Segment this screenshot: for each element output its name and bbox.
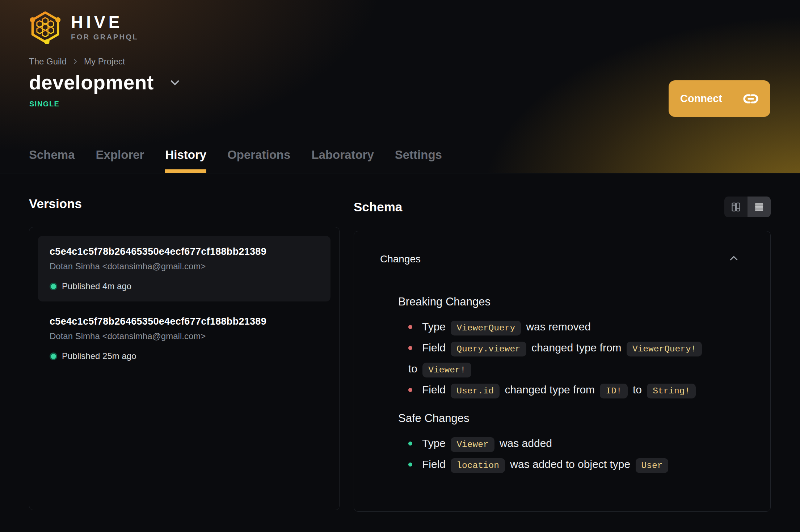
schema-header-row: Schema [354, 197, 771, 217]
change-text: was removed [523, 321, 591, 333]
header: HIVE FOR GRAPHQL The Guild My Project de… [0, 0, 800, 173]
brand: HIVE FOR GRAPHQL [0, 0, 800, 44]
safe-changes-list: Type Viewer was added Field location was… [398, 434, 739, 476]
change-text: changed type from [502, 384, 598, 396]
change-text: was added to object type [507, 458, 633, 470]
breaking-bullet-icon [408, 325, 412, 329]
change-text: Field [422, 342, 449, 354]
change-text: Type [422, 437, 449, 449]
tab-laboratory[interactable]: Laboratory [311, 148, 374, 173]
code-chip: Viewer [451, 437, 494, 452]
breadcrumb-org[interactable]: The Guild [29, 56, 67, 67]
tab-history[interactable]: History [165, 148, 206, 173]
code-chip: User.id [451, 384, 500, 398]
change-item: Field location was added to object type … [408, 455, 739, 476]
list-view-button[interactable] [748, 197, 771, 217]
changes-panel: Changes Breaking Changes Type ViewerQuer… [354, 231, 771, 512]
change-text: Field [422, 458, 449, 470]
code-chip: ID! [600, 384, 627, 398]
version-status-label: Published 4m ago [62, 281, 131, 291]
brand-tagline: FOR GRAPHQL [71, 33, 138, 41]
version-hash: c5e4c1c5f78b26465350e4ecf677cf188bb21389 [50, 246, 319, 257]
chevron-up-icon [728, 253, 739, 264]
list-icon [754, 202, 764, 212]
versions-column: Versions c5e4c1c5f78b26465350e4ecf677cf1… [29, 197, 340, 512]
columns-view-button[interactable] [724, 197, 748, 217]
tab-settings[interactable]: Settings [395, 148, 442, 173]
tab-schema[interactable]: Schema [29, 148, 75, 173]
code-chip: Viewer! [422, 363, 471, 377]
breaking-changes-title: Breaking Changes [398, 295, 739, 308]
change-text: was added [497, 437, 552, 449]
code-chip: User [636, 458, 669, 473]
link-icon [742, 90, 759, 107]
schema-title: Schema [354, 200, 402, 214]
changes-panel-header: Changes [380, 253, 739, 265]
version-author: Dotan Simha <dotansimha@gmail.com> [50, 261, 319, 271]
published-dot-icon [50, 283, 57, 290]
code-chip: Query.viewer [451, 342, 526, 356]
change-item: Field User.id changed type from ID! to S… [408, 380, 739, 401]
connect-button[interactable]: Connect [669, 80, 770, 117]
breadcrumb: The Guild My Project [29, 56, 800, 67]
columns-icon [731, 202, 741, 212]
main-content: Versions c5e4c1c5f78b26465350e4ecf677cf1… [0, 197, 800, 512]
breaking-changes-list: Type ViewerQuery was removed Field Query… [398, 317, 739, 401]
code-chip: location [451, 458, 505, 473]
tab-explorer[interactable]: Explorer [96, 148, 144, 173]
published-dot-icon [50, 352, 57, 360]
collapse-button[interactable] [728, 253, 739, 265]
change-item: Type ViewerQuery was removed [408, 317, 739, 338]
version-author: Dotan Simha <dotansimha@gmail.com> [50, 331, 319, 341]
schema-column: Schema Changes [354, 197, 771, 512]
change-item: Field Query.viewer changed type from Vie… [408, 338, 739, 380]
versions-list: c5e4c1c5f78b26465350e4ecf677cf188bb21389… [29, 227, 340, 510]
tab-bar: Schema Explorer History Operations Labor… [29, 148, 442, 173]
safe-bullet-icon [408, 442, 412, 446]
change-text: Field [422, 384, 449, 396]
change-text: Type [422, 321, 449, 333]
code-chip: ViewerQuery! [627, 342, 702, 356]
target-name: development [29, 71, 154, 94]
change-item: Type Viewer was added [408, 434, 739, 455]
hive-logo-icon [29, 11, 62, 44]
view-mode-toggle [724, 197, 771, 217]
versions-title: Versions [29, 197, 340, 211]
change-text: changed type from [529, 342, 624, 354]
changes-body: Breaking Changes Type ViewerQuery was re… [380, 295, 739, 476]
code-chip: String! [647, 384, 696, 398]
change-text: to [630, 384, 645, 396]
tab-operations[interactable]: Operations [227, 148, 290, 173]
chevron-right-icon [72, 58, 79, 65]
code-chip: ViewerQuery [451, 321, 521, 335]
change-text: to [408, 363, 420, 375]
breadcrumb-project[interactable]: My Project [84, 56, 125, 67]
version-card[interactable]: c5e4c1c5f78b26465350e4ecf677cf188bb21389… [38, 236, 330, 301]
connect-label: Connect [680, 93, 722, 105]
changes-title: Changes [380, 253, 421, 265]
chevron-down-icon[interactable] [169, 77, 181, 88]
version-card[interactable]: c5e4c1c5f78b26465350e4ecf677cf188bb21389… [38, 306, 330, 371]
breaking-bullet-icon [408, 388, 412, 392]
version-status: Published 25m ago [50, 351, 319, 361]
version-hash: c5e4c1c5f78b26465350e4ecf677cf188bb21389 [50, 316, 319, 327]
breaking-bullet-icon [408, 346, 412, 350]
safe-bullet-icon [408, 463, 412, 466]
version-status: Published 4m ago [50, 281, 319, 291]
version-status-label: Published 25m ago [62, 351, 136, 361]
safe-changes-title: Safe Changes [398, 412, 739, 425]
brand-name: HIVE [71, 14, 138, 30]
